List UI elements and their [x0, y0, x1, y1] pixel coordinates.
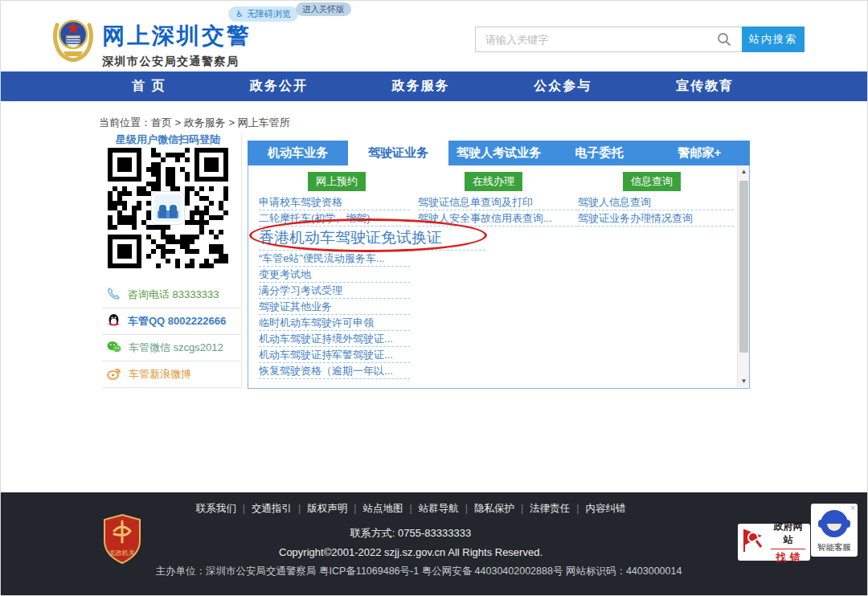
service-link[interactable]: 机动车驾驶证持军警驾驶证...: [259, 347, 410, 363]
gov-site-error-badge[interactable]: 政府网站 找错: [738, 524, 810, 561]
footer-link-error-report[interactable]: 内容纠错: [570, 503, 625, 514]
phone-icon: [107, 287, 121, 303]
scroll-down-arrow[interactable]: ▼: [738, 375, 750, 387]
section-online-reservation: 网上预约: [308, 172, 366, 191]
breadcrumb-home[interactable]: 首页: [151, 116, 172, 129]
service-link[interactable]: 驾驶证信息单查询及打印: [418, 194, 577, 210]
service-link[interactable]: 驾驶人信息查询: [578, 194, 734, 210]
service-link[interactable]: 恢复驾驶资格（逾期一年以...: [259, 363, 410, 379]
qr-login-title: 星级用户微信扫码登陆: [104, 133, 232, 147]
contact-weibo[interactable]: 车管新浪微博: [102, 361, 240, 388]
service-tabbar: 机动车业务 驾驶证业务 驾驶人考试业务 电子委托 警邮家+: [248, 141, 750, 165]
wechat-login-qr-code: [108, 148, 228, 268]
breadcrumb-label: 当前位置：: [99, 116, 151, 129]
footer-copyright: Copyright©2001-2022 szjj.sz.gov.cn All R…: [97, 546, 724, 558]
page: 网上深圳交警 深圳市公安局交通警察局 ♿ 无障碍浏览 进入关怀版 站内搜索 首 …: [0, 0, 868, 596]
error-badge-line2: 找错: [771, 549, 805, 565]
footer-link-contact[interactable]: 联系我们: [196, 503, 236, 514]
breadcrumb: 当前位置：首页政务服务网上车管所: [99, 116, 290, 130]
panel-scrollbar[interactable]: ▲ ▼: [737, 165, 749, 387]
weibo-icon: [107, 367, 121, 382]
contact-wechat[interactable]: 车管微信 szcgs2012: [102, 335, 240, 361]
service-column-reservation: 申请校车驾驶资格 二轮摩托车(初学、增驾) 香港机动车驾驶证免试换证 “车管e站…: [259, 194, 410, 379]
smart-service-badge[interactable]: × 智能客服: [811, 504, 858, 557]
wechat-icon: [107, 341, 121, 356]
service-link[interactable]: 临时机动车驾驶许可申领: [259, 315, 410, 331]
main-nav: 首 页 政务公开 政务服务 公众参与 宣传教育: [1, 71, 868, 101]
service-link[interactable]: 驾驶证其他业务: [259, 299, 410, 315]
error-finder-icon: [743, 528, 767, 557]
footer-link-traffic-guide[interactable]: 交通指引: [236, 503, 292, 514]
tab-drivers-license[interactable]: 驾驶证业务: [348, 141, 448, 165]
service-panel: 网上预约 在线办理 信息查询 申请校车驾驶资格 二轮摩托车(初学、增驾) 香港机…: [248, 165, 750, 389]
site-title: 网上深圳交警: [102, 21, 252, 51]
accessibility-badge-label: 无障碍浏览: [247, 8, 291, 20]
site-search-button[interactable]: 站内搜索: [742, 27, 805, 52]
service-link[interactable]: 驾驶证业务办理情况查询: [578, 210, 734, 227]
nav-item-home[interactable]: 首 页: [132, 78, 166, 95]
service-link[interactable]: 二轮摩托车(初学、增驾): [259, 210, 410, 227]
service-link[interactable]: “车管e站”便民流动服务车...: [259, 251, 410, 267]
tab-driver-exam[interactable]: 驾驶人考试业务: [448, 141, 549, 165]
footer-host-line: 主办单位：深圳市公安局交通警察局 粤ICP备11069486号-1 粤公网安备 …: [57, 565, 780, 578]
service-link[interactable]: 申请校车驾驶资格: [259, 194, 410, 210]
tab-police-post[interactable]: 警邮家+: [649, 141, 750, 165]
service-link[interactable]: 满分学习考试受理: [259, 283, 410, 299]
qq-icon: [107, 313, 121, 329]
service-column-query: 驾驶人信息查询 驾驶证业务办理情况查询: [578, 194, 734, 227]
footer-link-privacy[interactable]: 隐私保护: [459, 503, 514, 514]
contact-phone-label: 咨询电话 83333333: [128, 288, 219, 302]
footer-link-site-nav[interactable]: 站群导航: [403, 503, 458, 514]
tab-motor-vehicle[interactable]: 机动车业务: [248, 141, 348, 165]
qr-center-logo: [152, 192, 184, 224]
police-emblem-logo: [51, 14, 96, 62]
wheelchair-icon: ♿: [235, 9, 244, 19]
footer-link-copyright[interactable]: 版权声明: [292, 503, 347, 514]
service-column-processing: 驾驶证信息单查询及打印 驾驶人安全事故信用表查询...: [418, 194, 577, 227]
search-icon[interactable]: [716, 31, 732, 47]
service-link[interactable]: 机动车驾驶证持境外驾驶证...: [259, 331, 410, 347]
footer-links: 联系我们交通指引版权声明站点地图站群导航隐私保护法律责任内容纠错: [97, 502, 724, 516]
sidebar-divider: [241, 133, 242, 389]
close-icon[interactable]: ×: [850, 504, 855, 512]
section-info-query: 信息查询: [623, 172, 681, 191]
error-badge-line1: 政府网站: [771, 520, 805, 549]
contact-phone[interactable]: 咨询电话 83333333: [102, 282, 240, 308]
contact-qq[interactable]: 车管QQ 8002222666: [102, 308, 240, 335]
footer-link-sitemap[interactable]: 站点地图: [347, 503, 403, 514]
nav-item-publicity-education[interactable]: 宣传教育: [676, 78, 734, 95]
contact-weibo-label: 车管新浪微博: [129, 367, 191, 382]
search-input[interactable]: [475, 27, 742, 52]
nav-item-gov-service[interactable]: 政务服务: [392, 78, 450, 95]
service-link-hk-license-exchange[interactable]: 香港机动车驾驶证免试换证: [259, 227, 485, 251]
site-search: 站内搜索: [475, 27, 805, 52]
site-branding: 网上深圳交警 深圳市公安局交通警察局: [102, 21, 252, 69]
contact-list: 咨询电话 83333333 车管QQ 8002222666 车管微信 szcgs…: [102, 282, 240, 388]
nav-item-public-participation[interactable]: 公众参与: [534, 78, 592, 95]
contact-qq-label: 车管QQ 8002222666: [128, 314, 226, 329]
service-link[interactable]: 变更考试地: [259, 267, 410, 283]
error-badge-text: 政府网站 找错: [771, 520, 805, 565]
accessibility-badge[interactable]: ♿ 无障碍浏览: [228, 6, 298, 22]
section-online-processing: 在线办理: [465, 172, 522, 191]
breadcrumb-current: 网上车管所: [226, 116, 290, 129]
scroll-up-arrow[interactable]: ▲: [738, 165, 750, 178]
footer-contact: 联系方式: 0755-83333333: [97, 526, 724, 541]
footer-link-legal[interactable]: 法律责任: [514, 503, 570, 514]
smart-service-label: 智能客服: [811, 542, 858, 553]
tab-e-entrust[interactable]: 电子委托: [549, 141, 649, 165]
contact-wechat-label: 车管微信 szcgs2012: [129, 341, 223, 355]
care-version-badge[interactable]: 进入关怀版: [296, 2, 351, 16]
nav-item-gov-open[interactable]: 政务公开: [250, 78, 308, 95]
site-subtitle: 深圳市公安局交通警察局: [102, 55, 252, 69]
service-link[interactable]: 驾驶人安全事故信用表查询...: [418, 210, 577, 227]
footer: 党政机关 联系我们交通指引版权声明站点地图站群导航隐私保护法律责任内容纠错 联系…: [1, 492, 868, 596]
care-version-label: 进入关怀版: [302, 4, 345, 15]
robot-icon: [821, 510, 848, 537]
scrollbar-thumb[interactable]: [739, 181, 748, 353]
breadcrumb-gov-service[interactable]: 政务服务: [172, 116, 226, 129]
